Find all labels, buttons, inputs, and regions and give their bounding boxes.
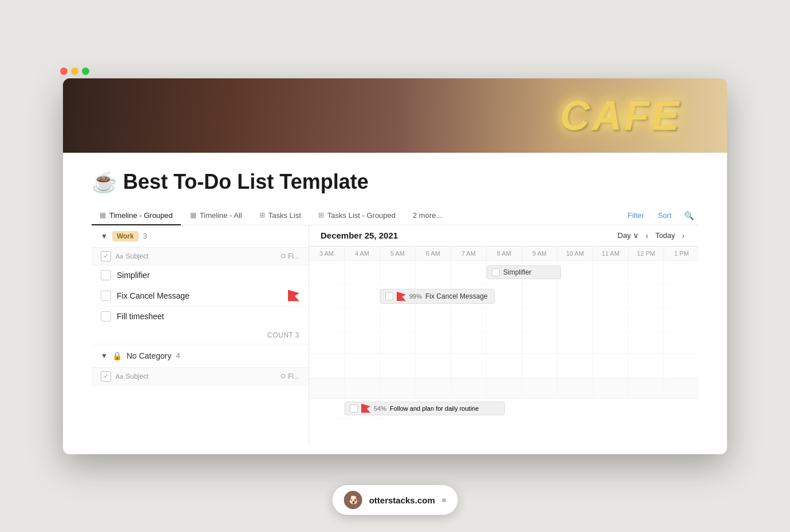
tab-icon-tg: ▦ (100, 211, 106, 219)
bottom-bar: 🐶 otterstacks.com ≡ (333, 485, 458, 515)
time-8am: 8 AM (487, 247, 522, 260)
task-flag-fix-cancel (288, 290, 299, 301)
today-button[interactable]: Today (655, 231, 676, 240)
tl-cell-12pm-fc (629, 285, 664, 308)
tab-timeline-grouped[interactable]: ▦ Timeline - Grouped (92, 207, 181, 225)
time-columns-header: 3 AM 4 AM 5 AM 6 AM 7 AM 8 AM 9 AM 10 AM… (309, 247, 698, 261)
maximize-button[interactable] (82, 68, 89, 75)
left-panel: ▼ Work 3 ✓ Aa Subject ⊙ Fl... (92, 225, 309, 443)
tl-event-name-simplifier: Simplifier (503, 268, 531, 276)
close-button[interactable] (60, 68, 68, 75)
main-content: ▼ Work 3 ✓ Aa Subject ⊙ Fl... (92, 225, 698, 443)
task-row-fix-cancel: Fix Cancel Message (92, 285, 309, 307)
tab-timeline-all[interactable]: ▦ Timeline - All (182, 207, 250, 225)
tl-nocat-header-spacer (309, 354, 698, 379)
col-flag-icon: ⊙ (281, 252, 286, 260)
tl-cell-4am-fc (345, 285, 380, 308)
filter-button[interactable]: Filter (622, 209, 650, 222)
nav-next[interactable]: › (680, 230, 687, 241)
search-button[interactable]: 🔍 (680, 209, 698, 223)
tab-icon-tl: ⊞ (259, 211, 265, 219)
tab-label-tlg: Tasks List - Grouped (327, 211, 396, 220)
nocat-icon: 🔒 (112, 351, 122, 360)
tab-icon-tlg: ⊞ (318, 211, 324, 219)
tl-nocat-colheader-spacer (309, 379, 698, 399)
tab-more[interactable]: 2 more... (405, 207, 450, 225)
tl-cell-4am-s (345, 261, 380, 284)
more-options-button[interactable]: ≡ (442, 496, 447, 505)
day-view-label: Day (618, 231, 631, 240)
col-checkbox-header: ✓ (101, 251, 111, 261)
tl-event-pct-follow: 54% (374, 405, 386, 412)
col-headers-nocat: ✓ Aa Subject ⊙ Fl... (92, 368, 309, 386)
tl-nocat-row1: 54% Follow and plan for daily routine (309, 399, 698, 419)
tab-tasks-list-grouped[interactable]: ⊞ Tasks List - Grouped (310, 207, 404, 225)
tl-cell-10am-s (558, 261, 593, 284)
group-work-badge: Work (112, 231, 139, 241)
day-select[interactable]: Day ∨ (618, 231, 639, 240)
col-subject-text: Subject (125, 252, 148, 260)
time-3am: 3 AM (309, 247, 345, 260)
minimize-button[interactable] (71, 68, 78, 75)
count-label: COUNT (267, 331, 293, 339)
tl-row-simplifier: Simplifier (309, 261, 698, 285)
day-view-chevron: ∨ (633, 231, 639, 240)
task-checkbox-simplifier[interactable] (101, 270, 111, 280)
col-headers-work: ✓ Aa Subject ⊙ Fl... (92, 248, 309, 265)
group-nocat-label: No Category (127, 351, 172, 360)
tl-event-cb-fix-cancel[interactable] (385, 292, 393, 300)
group-nocategory-header: ▼ 🔒 No Category 4 (92, 344, 309, 368)
tl-event-cb-follow[interactable] (350, 404, 358, 412)
task-name-simplifier: Simplifier (117, 271, 299, 280)
tl-cell-6am-s (416, 261, 451, 284)
tl-cell-9am-fc (522, 285, 558, 308)
task-checkbox-fix-cancel[interactable] (101, 291, 111, 301)
task-row-simplifier: Simplifier (92, 265, 309, 285)
cafe-sign: CAFE (560, 92, 681, 139)
tl-event-name-fix-cancel: Fix Cancel Message (425, 292, 488, 300)
tl-cell-12pm-s (629, 261, 664, 284)
site-avatar: 🐶 (344, 491, 362, 509)
time-5am: 5 AM (380, 247, 416, 260)
tab-tasks-list[interactable]: ⊞ Tasks List (251, 207, 309, 225)
tl-event-follow-plan[interactable]: 54% Follow and plan for daily routine (345, 402, 505, 415)
group-work-count: 3 (143, 232, 147, 240)
group-nocat-toggle[interactable]: ▼ (101, 352, 108, 360)
tab-label-tl: Tasks List (268, 211, 301, 220)
tab-icon-ta: ▦ (190, 211, 196, 219)
browser-window: CAFE ☕ Best To-Do List Template ▦ Timeli… (63, 78, 727, 454)
col-subject-label: Aa Subject (116, 252, 149, 260)
tl-cell-11am-s (593, 261, 629, 284)
group-work-toggle[interactable]: ▼ (101, 232, 108, 240)
count-value: 3 (295, 331, 299, 339)
tl-event-cb-simplifier[interactable] (492, 268, 500, 276)
time-6am: 6 AM (416, 247, 451, 260)
tl-cell-11am-fc (593, 285, 629, 308)
time-7am: 7 AM (451, 247, 487, 260)
tl-row-fill-timesheet (309, 309, 698, 333)
tl-cell-1pm-s (664, 261, 698, 284)
nav-prev[interactable]: ‹ (643, 230, 651, 241)
tl-cell-1pm-fc (664, 285, 698, 308)
time-12pm: 12 PM (629, 247, 664, 260)
traffic-lights (60, 68, 89, 75)
col-flag-label-2: Fl... (288, 372, 299, 380)
col-subject-text-2: Subject (125, 372, 148, 380)
timeline-header: December 25, 2021 Day ∨ ‹ Today › (309, 225, 698, 247)
sort-button[interactable]: Sort (652, 209, 677, 222)
group-work-header: ▼ Work 3 (92, 225, 309, 248)
count-row-work: COUNT 3 (92, 327, 309, 344)
tl-cell-5am-fc: 99% Fix Cancel Message (380, 285, 416, 308)
task-checkbox-fill-timesheet[interactable] (101, 311, 111, 321)
col-flag-container: ⊙ Fl... (281, 252, 299, 260)
tl-count-spacer (309, 333, 698, 354)
tabs-actions: Filter Sort 🔍 (622, 209, 698, 223)
tab-label-ta: Timeline - All (200, 211, 242, 220)
tab-label-more: 2 more... (413, 211, 442, 220)
tl-event-pct: 99% (409, 293, 422, 300)
tl-event-fix-cancel[interactable]: 99% Fix Cancel Message (380, 289, 495, 304)
tl-event-name-follow: Follow and plan for daily routine (390, 405, 479, 412)
hero-banner: CAFE (63, 78, 727, 153)
tl-event-simplifier[interactable]: Simplifier (487, 265, 561, 279)
tl-cell-5am-s (380, 261, 416, 284)
